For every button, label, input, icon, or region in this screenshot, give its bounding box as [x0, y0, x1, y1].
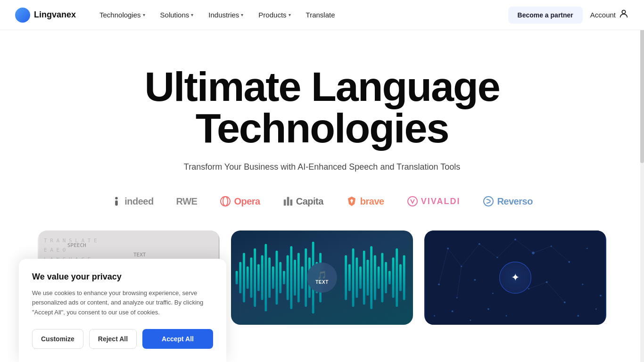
nav-links: Technologies ▾ Solutions ▾ Industries ▾ … — [93, 7, 342, 23]
svg-point-83 — [492, 293, 494, 294]
svg-rect-64 — [385, 262, 387, 294]
waveform-play-button[interactable]: 🎵 TEXT — [307, 263, 337, 293]
svg-rect-2 — [115, 200, 118, 206]
logo-reverso: Reverso — [483, 196, 532, 207]
svg-point-88 — [582, 284, 583, 285]
svg-point-4 — [223, 197, 228, 206]
svg-rect-38 — [268, 257, 271, 298]
scrollbar[interactable] — [640, 0, 644, 325]
svg-rect-66 — [392, 257, 395, 298]
nav-industries[interactable]: Industries ▾ — [202, 7, 250, 23]
svg-rect-62 — [378, 266, 380, 289]
card-ai-visual: ✦ — [424, 230, 606, 325]
svg-rect-29 — [236, 271, 238, 285]
svg-rect-33 — [250, 257, 253, 298]
svg-rect-36 — [261, 255, 264, 300]
svg-rect-45 — [294, 260, 296, 296]
cookie-title: We value your privacy — [32, 272, 213, 282]
svg-point-80 — [438, 283, 440, 285]
svg-point-92 — [470, 320, 471, 321]
svg-rect-59 — [367, 260, 369, 296]
cookie-banner: We value your privacy We use cookies to … — [19, 259, 226, 325]
nav-left: Lingvanex Technologies ▾ Solutions ▾ Ind… — [15, 7, 342, 23]
reverso-icon — [483, 196, 494, 207]
svg-point-1 — [115, 197, 118, 200]
svg-rect-65 — [388, 271, 391, 285]
chevron-down-icon: ▾ — [191, 12, 193, 17]
svg-rect-37 — [264, 244, 267, 312]
nav-technologies[interactable]: Technologies ▾ — [93, 7, 152, 23]
logo-brave: brave — [346, 196, 384, 207]
svg-rect-5 — [284, 199, 286, 206]
become-partner-button[interactable]: Become a partner — [508, 7, 583, 24]
chevron-down-icon: ▾ — [289, 12, 291, 17]
svg-rect-67 — [396, 248, 398, 307]
svg-rect-39 — [272, 266, 274, 289]
svg-rect-40 — [276, 251, 278, 304]
logo-icon — [15, 8, 30, 23]
svg-point-89 — [600, 295, 602, 296]
svg-point-79 — [586, 248, 588, 249]
logo-text: Lingvanex — [34, 10, 76, 20]
vivaldi-icon — [407, 196, 418, 207]
hero-title: Ultimate Language Technologies — [110, 66, 534, 149]
svg-rect-61 — [374, 255, 376, 300]
svg-point-71 — [447, 247, 449, 249]
svg-rect-47 — [301, 266, 304, 289]
user-icon — [619, 8, 629, 21]
svg-rect-60 — [370, 246, 372, 309]
card-ai: ✦ — [424, 230, 606, 325]
play-btn-label: TEXT — [315, 280, 329, 285]
partner-logos: indeed RWE Opera Capita brave VI — [63, 196, 581, 207]
svg-rect-43 — [287, 255, 289, 300]
svg-rect-54 — [348, 264, 351, 291]
nav-solutions[interactable]: Solutions ▾ — [154, 7, 200, 23]
logo[interactable]: Lingvanex — [15, 8, 76, 23]
spin-icon: ✦ — [511, 272, 520, 284]
svg-rect-7 — [290, 199, 292, 206]
card-waveform-visual: 🎵 TEXT — [231, 230, 413, 325]
svg-point-91 — [452, 311, 454, 313]
logo-opera: Opera — [220, 196, 260, 207]
svg-text:SPEECH: SPEECH — [67, 242, 86, 248]
nav-right: Become a partner Account — [508, 7, 629, 24]
svg-rect-56 — [355, 257, 358, 298]
svg-point-9 — [484, 197, 493, 206]
svg-rect-68 — [399, 264, 402, 291]
nav-translate[interactable]: Translate — [299, 7, 342, 23]
card-waveform: 🎵 TEXT — [231, 230, 413, 325]
logo-vivaldi: VIVALDI — [407, 196, 461, 207]
logo-indeed: indeed — [111, 196, 153, 207]
logo-capita: Capita — [283, 196, 323, 207]
brave-icon — [346, 196, 357, 207]
svg-rect-55 — [352, 248, 355, 307]
chevron-down-icon: ▾ — [143, 12, 145, 17]
svg-rect-6 — [287, 197, 289, 206]
svg-point-82 — [474, 279, 476, 281]
svg-point-3 — [221, 197, 230, 206]
svg-point-93 — [487, 308, 489, 310]
svg-rect-44 — [290, 246, 292, 309]
svg-point-8 — [408, 197, 417, 206]
account-button[interactable]: Account — [590, 8, 629, 21]
svg-rect-31 — [243, 253, 245, 303]
navbar: Lingvanex Technologies ▾ Solutions ▾ Ind… — [0, 0, 644, 30]
hero-subtitle: Transform Your Business with AI-Enhanced… — [181, 162, 463, 172]
logo-rwe: RWE — [176, 196, 198, 207]
svg-rect-41 — [279, 262, 281, 294]
chevron-down-icon: ▾ — [241, 12, 243, 17]
ai-spin-button[interactable]: ✦ — [500, 263, 530, 293]
svg-point-90 — [434, 315, 435, 317]
svg-rect-69 — [403, 255, 405, 300]
svg-rect-63 — [381, 253, 383, 303]
svg-point-94 — [506, 315, 507, 317]
svg-text:TEXT: TEXT — [133, 252, 146, 258]
svg-rect-57 — [359, 266, 362, 289]
nav-products[interactable]: Products ▾ — [252, 7, 297, 23]
svg-rect-58 — [363, 251, 365, 304]
capita-icon — [283, 196, 293, 206]
svg-rect-32 — [247, 266, 249, 289]
svg-rect-34 — [254, 248, 256, 307]
cookie-text: We use cookies to enhance your browsing … — [32, 288, 213, 318]
indeed-icon — [111, 196, 122, 206]
